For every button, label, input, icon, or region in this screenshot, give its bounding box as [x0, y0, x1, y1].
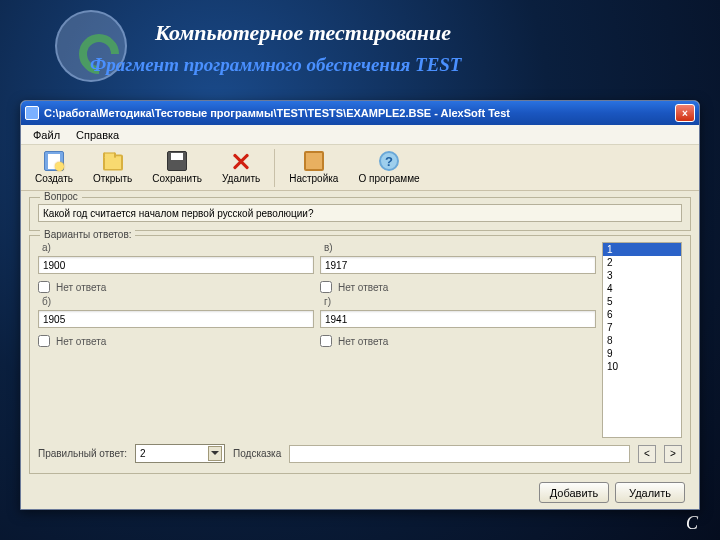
question-list[interactable]: 1 2 3 4 5 6 7 8 9 10	[602, 242, 682, 438]
answer-a-none-checkbox[interactable]	[38, 281, 50, 293]
answers-legend: Варианты ответов:	[40, 229, 135, 240]
list-item[interactable]: 10	[603, 360, 681, 373]
settings-button[interactable]: Настройка	[279, 149, 348, 186]
new-button[interactable]: Создать	[25, 149, 83, 186]
toolbar-separator	[274, 149, 275, 187]
list-item[interactable]: 1	[603, 243, 681, 256]
settings-icon	[304, 151, 324, 171]
answer-v-none-label: Нет ответа	[338, 282, 388, 293]
answer-v-label: в)	[320, 242, 596, 253]
answer-v-input[interactable]	[320, 256, 596, 274]
save-icon	[167, 151, 187, 171]
slide-title: Компьютерное тестирование	[155, 20, 451, 46]
list-item[interactable]: 4	[603, 282, 681, 295]
save-label: Сохранить	[152, 173, 202, 184]
answer-a-none-label: Нет ответа	[56, 282, 106, 293]
question-input[interactable]	[38, 204, 682, 222]
open-button[interactable]: Открыть	[83, 149, 142, 186]
answer-b-none-label: Нет ответа	[56, 336, 106, 347]
about-icon	[379, 151, 399, 171]
about-button[interactable]: О программе	[348, 149, 429, 186]
menu-help[interactable]: Справка	[68, 127, 127, 143]
close-button[interactable]: ×	[675, 104, 695, 122]
titlebar[interactable]: C:\работа\Методика\Тестовые программы\TE…	[21, 101, 699, 125]
slide-footer: С	[686, 513, 698, 534]
correct-label: Правильный ответ:	[38, 448, 127, 459]
titlebar-text: C:\работа\Методика\Тестовые программы\TE…	[44, 107, 675, 119]
app-icon	[25, 106, 39, 120]
list-item[interactable]: 5	[603, 295, 681, 308]
answer-b-input[interactable]	[38, 310, 314, 328]
answer-a-label: а)	[38, 242, 314, 253]
menu-file[interactable]: Файл	[25, 127, 68, 143]
answer-g-none-label: Нет ответа	[338, 336, 388, 347]
answers-left-col: а) Нет ответа б) Нет ответа	[38, 242, 314, 438]
delete-icon	[231, 151, 251, 171]
answer-b-none-checkbox[interactable]	[38, 335, 50, 347]
new-label: Создать	[35, 173, 73, 184]
list-item[interactable]: 3	[603, 269, 681, 282]
hint-input[interactable]	[289, 445, 630, 463]
add-button[interactable]: Добавить	[539, 482, 609, 503]
open-label: Открыть	[93, 173, 132, 184]
about-label: О программе	[358, 173, 419, 184]
toolbar: Создать Открыть Сохранить Удалить Настро…	[21, 145, 699, 191]
question-fieldset: Вопрос	[29, 197, 691, 231]
answer-g-input[interactable]	[320, 310, 596, 328]
answer-g-none-checkbox[interactable]	[320, 335, 332, 347]
delete-question-button[interactable]: Удалить	[615, 482, 685, 503]
answer-v-none-checkbox[interactable]	[320, 281, 332, 293]
new-icon	[44, 151, 64, 171]
chevron-down-icon	[208, 446, 222, 461]
delete-button[interactable]: Удалить	[212, 149, 270, 186]
list-item[interactable]: 9	[603, 347, 681, 360]
correct-answer-select[interactable]: 2	[135, 444, 225, 463]
settings-label: Настройка	[289, 173, 338, 184]
answer-a-input[interactable]	[38, 256, 314, 274]
content-area: Вопрос Варианты ответов: а) Нет ответа б…	[21, 191, 699, 509]
hint-label: Подсказка	[233, 448, 281, 459]
menubar: Файл Справка	[21, 125, 699, 145]
list-item[interactable]: 8	[603, 334, 681, 347]
list-item[interactable]: 6	[603, 308, 681, 321]
next-button[interactable]: >	[664, 445, 682, 463]
bottom-row: Правильный ответ: 2 Подсказка < >	[38, 442, 682, 465]
answer-b-label: б)	[38, 296, 314, 307]
prev-button[interactable]: <	[638, 445, 656, 463]
save-button[interactable]: Сохранить	[142, 149, 212, 186]
question-legend: Вопрос	[40, 191, 82, 202]
list-item[interactable]: 2	[603, 256, 681, 269]
correct-answer-value: 2	[140, 448, 208, 459]
answers-fieldset: Варианты ответов: а) Нет ответа б) Нет о…	[29, 235, 691, 474]
slide-subtitle: Фрагмент программного обеспечения TEST	[90, 54, 461, 76]
open-icon	[103, 155, 123, 171]
answer-g-label: г)	[320, 296, 596, 307]
app-window: C:\работа\Методика\Тестовые программы\TE…	[20, 100, 700, 510]
answers-right-col: в) Нет ответа г) Нет ответа	[320, 242, 596, 438]
list-item[interactable]: 7	[603, 321, 681, 334]
footer-buttons: Добавить Удалить	[29, 478, 691, 505]
delete-label: Удалить	[222, 173, 260, 184]
